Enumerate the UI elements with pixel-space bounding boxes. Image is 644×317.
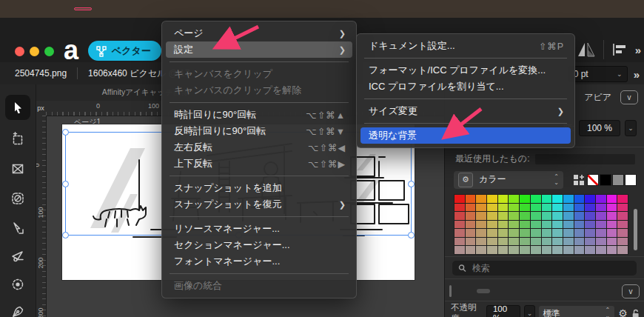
color-swatch[interactable]	[520, 195, 530, 203]
color-swatch[interactable]	[498, 246, 509, 254]
menu-item[interactable]: セクションマネージャー... ❯	[166, 237, 352, 253]
appearance-panel-tab[interactable]: アピア	[584, 91, 611, 104]
color-swatch[interactable]	[552, 212, 563, 220]
color-swatch[interactable]	[531, 221, 541, 229]
selection-handle-right[interactable]	[408, 181, 415, 187]
selection-handle-top-left[interactable]	[62, 129, 69, 136]
menu-item[interactable]: 画像の統合 ❯	[166, 278, 352, 294]
color-swatch[interactable]	[574, 238, 585, 246]
color-swatch[interactable]	[509, 238, 519, 246]
panel-tab[interactable]	[493, 289, 506, 293]
menubar-item[interactable]	[74, 7, 92, 10]
minimize-window-button[interactable]	[30, 47, 39, 56]
panel-tab[interactable]	[477, 289, 490, 293]
color-swatch[interactable]	[607, 238, 617, 246]
color-swatch[interactable]	[455, 246, 465, 254]
color-swatch[interactable]	[563, 229, 574, 237]
menu-item[interactable]: フォントマネージャー... ❯	[166, 253, 352, 270]
color-swatch[interactable]	[607, 195, 617, 203]
context-overflow-icon[interactable]: »	[634, 68, 640, 81]
color-swatch[interactable]	[596, 229, 606, 237]
color-swatch[interactable]	[607, 204, 617, 212]
color-swatch[interactable]	[585, 246, 595, 254]
color-swatch[interactable]	[542, 246, 552, 254]
selection-handle-bottom-right[interactable]	[408, 232, 415, 238]
color-swatch[interactable]	[466, 246, 476, 254]
color-swatch[interactable]	[542, 212, 552, 220]
color-swatch[interactable]	[552, 204, 563, 212]
chevron-down-icon[interactable]: ⌄	[524, 305, 534, 317]
menu-item[interactable]: ドキュメント設定... ⇧⌘P ❯	[360, 38, 571, 54]
vector-crop-tool[interactable]	[5, 186, 30, 211]
color-swatch[interactable]	[509, 221, 519, 229]
color-swatch[interactable]	[466, 204, 476, 212]
menu-item[interactable]: ページ ❯	[166, 25, 352, 41]
color-swatch[interactable]	[487, 204, 497, 212]
color-swatch[interactable]	[596, 195, 606, 203]
color-swatch[interactable]	[487, 195, 497, 203]
swatch-scrollbar[interactable]	[634, 209, 637, 250]
color-swatch[interactable]	[563, 212, 574, 220]
color-swatch[interactable]	[596, 246, 606, 254]
close-window-button[interactable]	[15, 47, 24, 56]
color-swatch[interactable]	[476, 195, 486, 203]
color-swatch[interactable]	[585, 229, 595, 237]
menu-item[interactable]: フォーマット/ICC プロファイルを変換... ❯	[360, 62, 571, 79]
panel-collapse-icon[interactable]: v	[620, 90, 638, 104]
menubar-item[interactable]	[41, 8, 58, 10]
color-swatch[interactable]	[466, 195, 476, 203]
menu-item[interactable]: 時計回りに90°回転 ⌥⇧⌘▲ ❯	[166, 107, 352, 123]
menubar-item[interactable]	[92, 8, 108, 10]
alignment-icon[interactable]	[611, 42, 628, 57]
flip-horizontal-icon[interactable]	[577, 41, 596, 59]
color-swatch[interactable]	[574, 246, 585, 254]
quick-swatch[interactable]	[600, 174, 611, 186]
color-swatch[interactable]	[607, 246, 617, 254]
color-swatch[interactable]	[455, 204, 465, 212]
node-tool[interactable]	[5, 216, 30, 241]
color-swatch[interactable]	[531, 229, 541, 237]
color-swatch[interactable]	[542, 204, 552, 212]
swatch-none[interactable]	[587, 174, 599, 186]
panel-tab[interactable]	[460, 289, 474, 293]
color-swatch[interactable]	[487, 221, 497, 229]
color-swatch[interactable]	[563, 204, 574, 212]
color-swatch[interactable]	[520, 204, 530, 212]
color-swatch[interactable]	[563, 238, 574, 246]
transform-value-dropdown[interactable]: 100 %	[579, 120, 620, 136]
color-swatch[interactable]	[552, 221, 563, 229]
quick-swatch[interactable]	[612, 174, 624, 186]
panel-collapse-icon[interactable]: v	[622, 284, 640, 298]
color-swatch[interactable]	[487, 212, 497, 220]
zoom-window-button[interactable]	[44, 47, 54, 56]
menu-item[interactable]: 左右反転 ⌥⇧⌘◀ ❯	[166, 139, 352, 156]
color-swatch[interactable]	[585, 195, 595, 203]
menu-item[interactable]: キャンバスをクリップ ❯	[166, 66, 352, 82]
color-swatch[interactable]	[617, 229, 628, 237]
color-swatch[interactable]	[617, 221, 628, 229]
color-swatch[interactable]	[552, 238, 563, 246]
swatch-search-field[interactable]	[452, 261, 637, 276]
menu-item[interactable]: 反時計回りに90°回転 ⌥⇧⌘▼ ❯	[166, 123, 352, 139]
color-swatch[interactable]	[617, 212, 628, 220]
color-swatch[interactable]	[498, 212, 509, 220]
color-swatch[interactable]	[520, 246, 530, 254]
color-swatch[interactable]	[476, 204, 486, 212]
selection-brush-tool[interactable]	[5, 272, 30, 297]
color-swatch[interactable]	[552, 246, 563, 254]
color-swatch[interactable]	[476, 229, 486, 237]
lock-icon[interactable]	[631, 308, 640, 317]
color-swatch[interactable]	[596, 238, 606, 246]
color-swatch[interactable]	[466, 212, 476, 220]
add-swatch-icon[interactable]	[572, 173, 586, 187]
toolbar-overflow-icon[interactable]: »	[635, 44, 641, 56]
color-swatch[interactable]	[574, 229, 585, 237]
color-swatch[interactable]	[531, 204, 541, 212]
selection-handle-left[interactable]	[62, 181, 69, 187]
color-swatch[interactable]	[574, 195, 585, 203]
color-swatch[interactable]	[563, 246, 574, 254]
color-swatch[interactable]	[455, 221, 465, 229]
pen-tool[interactable]	[5, 299, 30, 317]
color-swatch[interactable]	[476, 238, 486, 246]
color-swatch[interactable]	[574, 212, 585, 220]
